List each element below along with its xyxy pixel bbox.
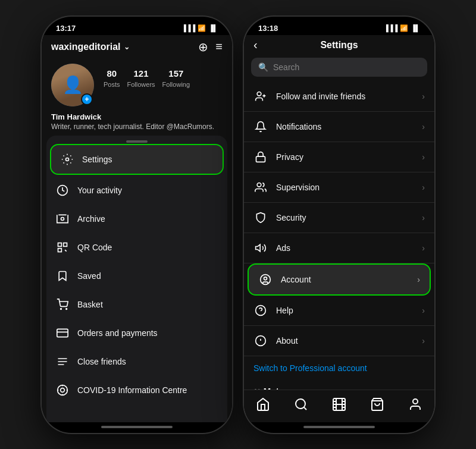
settings-nav: ‹ Settings: [244, 35, 434, 53]
settings-item-supervision[interactable]: Supervision ›: [244, 172, 434, 203]
account-label: Account: [281, 275, 311, 284]
meta-logo: ∞ Meta: [253, 385, 425, 390]
svg-point-13: [66, 308, 67, 309]
svg-point-38: [296, 399, 305, 409]
settings-item-help[interactable]: Help ›: [244, 296, 434, 326]
notifications-chevron: ›: [422, 122, 425, 131]
add-story-badge[interactable]: +: [81, 93, 93, 105]
activity-icon: [56, 184, 69, 197]
nav-search[interactable]: [293, 396, 309, 413]
followers-label: Followers: [127, 81, 155, 88]
chevron-down-icon: ⌄: [124, 43, 130, 51]
menu-item-orders[interactable]: Orders and payments: [46, 319, 227, 347]
svg-point-32: [264, 277, 267, 280]
add-icon[interactable]: ⊕: [198, 40, 208, 54]
notifications-icon: [253, 120, 268, 134]
privacy-icon: [253, 150, 268, 164]
svg-point-2: [61, 217, 64, 220]
account-item-left: Account: [258, 272, 311, 287]
follow-item-left: Follow and invite friends: [253, 89, 365, 103]
settings-item-privacy[interactable]: Privacy ›: [244, 142, 434, 172]
menu-item-qr[interactable]: QR Code: [46, 233, 227, 262]
svg-point-12: [61, 308, 62, 309]
privacy-item-left: Privacy: [253, 150, 303, 164]
left-status-bar: 13:17 ▐▐▐ 📶 ▐▌: [42, 17, 232, 35]
nav-profile[interactable]: [407, 396, 424, 413]
menu-item-archive[interactable]: Archive: [46, 205, 227, 233]
meta-section: ∞ Meta Accounts Centre Control settings …: [244, 380, 434, 390]
menu-item-settings[interactable]: Settings: [51, 145, 223, 174]
close-friends-label: Close friends: [77, 357, 126, 366]
settings-item-about[interactable]: About ›: [244, 326, 434, 356]
nav-home[interactable]: [255, 396, 271, 413]
menu-item-covid[interactable]: COVID-19 Information Centre: [46, 376, 227, 404]
ads-icon: [253, 241, 268, 255]
bottom-nav: [244, 390, 434, 422]
archive-label: Archive: [77, 214, 105, 224]
posts-count: 80: [104, 68, 120, 79]
menu-icon[interactable]: ≡: [215, 40, 223, 54]
notifications-item-left: Notifications: [253, 120, 321, 134]
security-item-left: Security: [253, 211, 306, 225]
settings-item-notifications[interactable]: Notifications ›: [244, 112, 434, 142]
settings-label: Settings: [82, 155, 112, 164]
settings-icon: [61, 153, 74, 166]
about-label: About: [276, 336, 298, 346]
account-icon: [258, 272, 273, 287]
menu-item-basket[interactable]: Basket: [46, 290, 227, 319]
menu-item-close-friends[interactable]: Close friends: [46, 347, 227, 376]
settings-item-account[interactable]: Account ›: [249, 265, 430, 294]
help-chevron: ›: [422, 306, 425, 315]
stats-row: 80 Posts 121 Followers 157 Following: [104, 68, 190, 89]
saved-label: Saved: [77, 271, 101, 281]
signal-icon: ▐▐▐: [181, 24, 195, 32]
settings-item-follow[interactable]: Follow and invite friends ›: [244, 81, 434, 112]
ads-item-left: Ads: [253, 241, 290, 255]
svg-point-19: [58, 385, 68, 395]
username: waxingeditorial: [51, 42, 120, 52]
about-icon: [253, 334, 268, 348]
menu-overlay: Settings Your activity: [46, 136, 227, 422]
right-screen: ‹ Settings 🔍 Search: [244, 35, 434, 422]
close-friends-icon: [56, 355, 69, 368]
svg-rect-14: [57, 329, 68, 337]
svg-point-20: [61, 388, 65, 392]
nav-shop[interactable]: [369, 396, 386, 413]
svg-line-39: [304, 407, 306, 409]
left-phone: 13:17 ▐▐▐ 📶 ▐▌ waxingeditorial ⌄ ⊕ ≡ 👤 +: [42, 17, 232, 433]
saved-icon: [56, 269, 69, 282]
signal-icon-right: ▐▐▐: [384, 24, 397, 32]
basket-icon: [56, 298, 69, 311]
settings-item-ads[interactable]: Ads ›: [244, 233, 434, 263]
followers-stat: 121 Followers: [127, 68, 155, 89]
bio-section: Tim Hardwick Writer, runner, tech journa…: [42, 111, 232, 136]
menu-item-saved[interactable]: Saved: [46, 262, 227, 290]
profile-header: waxingeditorial ⌄ ⊕ ≡: [42, 35, 232, 59]
svg-rect-28: [256, 156, 265, 162]
right-time: 13:18: [258, 24, 278, 33]
nav-reels[interactable]: [331, 396, 347, 413]
settings-item-security[interactable]: Security ›: [244, 203, 434, 233]
right-status-bar: 13:18 ▐▐▐ 📶 ▐▌: [244, 17, 434, 35]
svg-rect-4: [58, 243, 62, 246]
account-chevron: ›: [417, 275, 420, 284]
left-time: 13:17: [56, 24, 76, 33]
svg-point-29: [257, 183, 261, 187]
followers-count: 121: [127, 68, 155, 79]
back-button[interactable]: ‹: [253, 38, 258, 52]
bio-text: Writer, runner, tech journalist. Editor …: [51, 123, 223, 131]
supervision-item-left: Supervision: [253, 180, 320, 194]
ads-chevron: ›: [422, 243, 425, 253]
menu-item-activity[interactable]: Your activity: [46, 176, 227, 205]
battery-icon: ▐▌: [208, 24, 218, 32]
home-indicator-left: [101, 426, 173, 428]
search-bar[interactable]: 🔍 Search: [251, 58, 427, 77]
header-icons[interactable]: ⊕ ≡: [198, 40, 223, 54]
menu-handle: [126, 140, 148, 143]
settings-title: Settings: [320, 40, 358, 51]
left-status-icons: ▐▐▐ 📶 ▐▌: [181, 24, 218, 32]
avatar-container: 👤 +: [51, 64, 94, 106]
qr-label: QR Code: [77, 243, 112, 252]
switch-pro[interactable]: Switch to Professional account: [244, 356, 434, 380]
follow-icon: [253, 89, 268, 103]
